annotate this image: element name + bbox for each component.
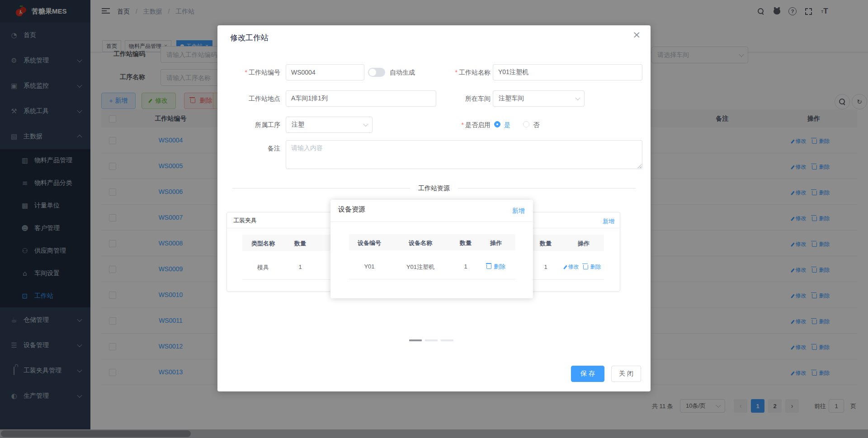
trash-icon [486,264,491,269]
remark-textarea[interactable] [286,140,642,169]
device-col-code: 设备编号 [351,239,387,247]
auto-generate-label: 自动生成 [390,69,415,77]
chevron-down-icon [575,95,580,100]
device-row-name: Y01注塑机 [402,263,439,271]
station-name-input[interactable] [493,64,642,80]
fixture-card-title: 工装夹具 [233,217,257,225]
fixture-row-qty: 1 [284,264,316,270]
location-label: 工作站地点 [217,95,280,103]
fixture-col-qty: 数量 [284,240,316,248]
fixture-col-type: 类型名称 [247,240,279,248]
carousel-indicator-3[interactable] [441,339,453,341]
device-col-name: 设备名称 [402,239,439,247]
page: 苦糖果MES ◔ 首页 ⚙ 系统管理 ▣ 系统监控 ⚒ 系统工具 ▤ 主数据 [0,0,868,438]
device-dialog-title: 设备资源 [338,205,365,214]
modal-close-icon[interactable]: × [632,29,641,40]
device-col-qty: 数量 [452,239,479,247]
workshop-select[interactable]: 注塑车间 [493,90,585,107]
enabled-yes-radio[interactable] [494,121,500,127]
device-col-action: 操作 [482,239,509,247]
fixture-col-action: 操作 [567,240,600,248]
station-code-label: *工作站编号 [217,69,280,77]
trash-icon [583,265,588,269]
fixture-row-type: 模具 [247,264,279,272]
carousel-indicator-2[interactable] [425,339,438,341]
enabled-no-label: 否 [533,121,539,129]
close-button[interactable]: 关 闭 [611,366,641,382]
device-add-link[interactable]: 新增 [512,207,525,215]
enabled-yes-label: 是 [504,121,510,129]
process-select[interactable]: 注塑 [286,117,373,133]
carousel-indicator-1[interactable] [409,339,422,341]
device-row-qty: 1 [452,263,479,270]
auto-generate-toggle[interactable] [368,68,385,77]
edit-workstation-modal: 修改工作站 × *工作站编号 自动生成 *工作站名称 工作站地点 所在车间 注塑… [217,25,651,391]
pencil-icon [563,265,567,269]
workshop-label: 所在车间 [418,95,491,103]
station-name-label: *工作站名称 [418,69,491,77]
enabled-label: *是否启用 [418,121,491,129]
device-delete-link[interactable]: 删除 [486,263,505,271]
fixture-edit-link[interactable]: 修改 [565,263,579,271]
location-input[interactable] [286,90,436,107]
station-code-input[interactable] [286,64,364,80]
save-button[interactable]: 保 存 [571,366,604,382]
modal-title: 修改工作站 [230,33,269,43]
fixture-add-link[interactable]: 新增 [603,217,614,226]
section-title: 工作站资源 [410,184,458,193]
device-resource-dialog: 设备资源 新增 设备编号 设备名称 数量 操作 Y01 Y01注塑机 1 删除 [330,200,533,298]
remark-label: 备注 [217,145,280,153]
fixture-col-qty-right: 数量 [529,240,562,248]
device-row-code: Y01 [351,263,387,270]
enabled-no-radio[interactable] [523,121,529,127]
process-label: 所属工序 [217,121,280,129]
fixture-delete-link[interactable]: 删除 [583,263,601,271]
fixture-row-qty-right: 1 [529,264,562,270]
chevron-down-icon [363,122,368,127]
